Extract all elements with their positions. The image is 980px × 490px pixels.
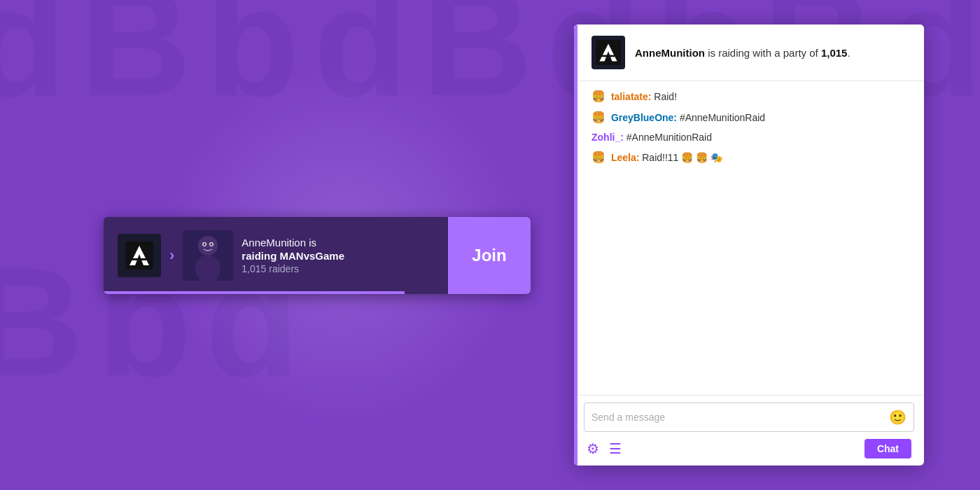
- emoji-picker-icon[interactable]: 🙂: [889, 409, 906, 426]
- raid-info-target: raiding MANvsGame: [241, 250, 344, 262]
- chat-input-area: 🙂 ⚙ ☰ Chat: [574, 395, 924, 465]
- raid-info-count: 1,015 raiders: [241, 263, 344, 274]
- raid-arrow-icon: ›: [169, 246, 174, 265]
- svg-point-9: [211, 244, 213, 246]
- chat-message: 🍔 taliatate: Raid!: [592, 88, 910, 105]
- svg-point-4: [198, 236, 218, 255]
- chat-raid-text-pre: is raiding with a party of: [705, 47, 821, 59]
- badge-icon: 🍔: [592, 149, 606, 166]
- chat-raid-notice: AnneMunition is raiding with a party of …: [574, 24, 924, 81]
- raid-info-name: AnneMunition is: [241, 237, 344, 248]
- svg-rect-2: [132, 258, 146, 260]
- bg-letter: B: [414, 0, 540, 245]
- raid-banner-left: ›: [104, 230, 448, 281]
- badge-icon: 🍔: [592, 88, 606, 105]
- chat-accent-bar: [574, 24, 578, 465]
- bg-letter: b: [198, 0, 306, 245]
- chat-raid-notice-text: AnneMunition is raiding with a party of …: [635, 46, 850, 60]
- raid-streamer-logo: [118, 234, 161, 277]
- bg-letter: d: [0, 0, 73, 245]
- chat-message-text: Raid!: [654, 91, 677, 102]
- chat-toolbar: ⚙ ☰ Chat: [584, 438, 914, 460]
- chat-input-wrapper: 🙂: [584, 402, 914, 432]
- chat-message-text: #AnneMunitionRaid: [680, 112, 765, 123]
- chat-spacer: [574, 245, 924, 395]
- chat-username: taliatate:: [611, 91, 652, 102]
- chat-send-button[interactable]: Chat: [864, 439, 911, 458]
- chat-message-text: #AnneMunitionRaid: [626, 132, 712, 143]
- chat-message: Zohli_: #AnneMunitionRaid: [592, 130, 910, 145]
- chat-raid-suffix: .: [847, 47, 850, 59]
- badge-icon: 🍔: [592, 109, 606, 126]
- chat-raid-count: 1,015: [821, 47, 848, 59]
- chat-raid-logo-icon: [596, 40, 621, 65]
- bg-letter: B: [73, 0, 198, 245]
- svg-point-8: [204, 244, 206, 246]
- bg-letter: B: [0, 245, 90, 490]
- svg-rect-12: [602, 55, 615, 57]
- raid-info-text: AnneMunition is raiding MANvsGame 1,015 …: [241, 237, 344, 274]
- raid-banner: ›: [104, 217, 531, 294]
- chat-username: GreyBlueOne:: [611, 112, 677, 123]
- chat-message: 🍔 Leela: Raid!!11 🍔 🍔 🎭: [592, 149, 910, 166]
- raid-join-button[interactable]: Join: [448, 217, 531, 294]
- annemunition-logo-icon: [125, 241, 153, 270]
- avatar-silhouette: [183, 230, 233, 281]
- chat-message-text: Raid!!11 🍔 🍔 🎭: [642, 152, 722, 163]
- chat-toolbar-left: ⚙ ☰: [587, 440, 622, 457]
- raid-progress-bar: [104, 291, 405, 294]
- settings-icon[interactable]: ⚙: [587, 440, 599, 457]
- chat-raid-streamer-name: AnneMunition: [635, 47, 705, 59]
- raid-join-label: Join: [472, 246, 506, 265]
- chat-username: Leela:: [611, 152, 639, 163]
- chat-panel: AnneMunition is raiding with a party of …: [574, 24, 924, 465]
- avatar-figure-svg: [183, 230, 233, 281]
- chat-raid-icon: [592, 36, 625, 69]
- chat-message: 🍔 GreyBlueOne: #AnneMunitionRaid: [592, 109, 910, 126]
- list-icon[interactable]: ☰: [609, 440, 622, 457]
- raid-target-avatar: [183, 230, 233, 281]
- chat-message-input[interactable]: [592, 412, 889, 423]
- chat-username: Zohli_:: [592, 132, 624, 143]
- chat-messages-list: 🍔 taliatate: Raid! 🍔 GreyBlueOne: #AnneM…: [574, 81, 924, 245]
- bg-letter: d: [307, 0, 414, 245]
